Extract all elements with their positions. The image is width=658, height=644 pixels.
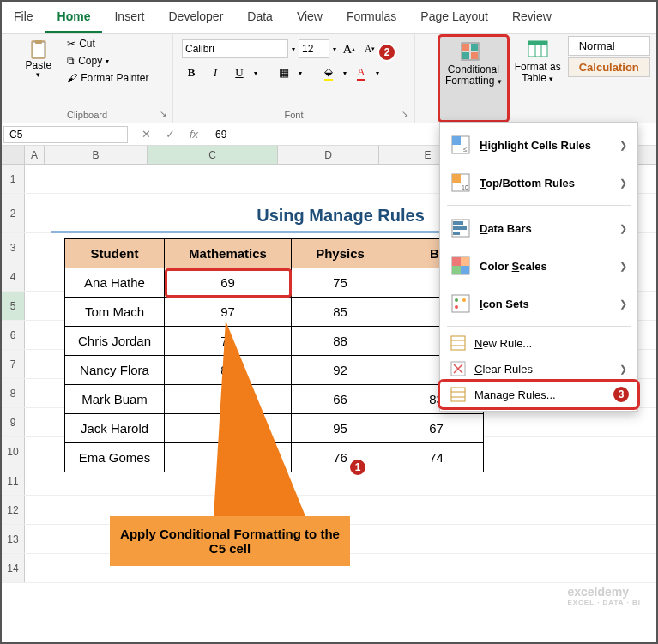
style-calculation[interactable]: Calculation <box>568 57 650 77</box>
header-physics[interactable]: Physics <box>292 239 389 268</box>
tab-data[interactable]: Data <box>235 2 285 33</box>
copy-label: Copy <box>78 55 102 67</box>
row-header-14[interactable]: 14 <box>2 554 25 582</box>
header-student[interactable]: Student <box>65 239 165 268</box>
style-normal[interactable]: Normal <box>568 36 650 56</box>
chevron-right-icon: ❯ <box>619 364 627 375</box>
clipboard-dialog-launcher[interactable]: ↘ <box>160 109 171 120</box>
header-mathematics[interactable]: Mathematics <box>165 239 292 268</box>
paste-icon <box>28 39 49 60</box>
svg-rect-19 <box>453 221 463 225</box>
tab-review[interactable]: Review <box>500 2 564 33</box>
tab-formulas[interactable]: Formulas <box>335 2 408 33</box>
scissors-icon: ✂ <box>67 38 75 50</box>
grow-font-button[interactable]: A▴ <box>340 39 359 58</box>
table-row: Jack Harold779567 <box>65 414 484 443</box>
chevron-right-icon: ❯ <box>619 223 627 234</box>
svg-text:≤: ≤ <box>463 146 468 153</box>
table-row: Mark Buam676683 <box>65 385 484 414</box>
tab-developer[interactable]: Developer <box>156 2 235 33</box>
table-row: Chris Jordan7188 <box>65 327 484 356</box>
highlight-cells-icon: ≤ <box>450 135 471 155</box>
tab-page-layout[interactable]: Page Layout <box>408 2 500 33</box>
cancel-formula-icon[interactable]: ✕ <box>136 128 155 141</box>
col-header-d[interactable]: D <box>278 146 379 164</box>
font-group-label: Font <box>284 108 303 123</box>
cell[interactable]: 75 <box>292 268 389 298</box>
bold-button[interactable]: B <box>182 63 201 82</box>
font-size-select[interactable] <box>299 39 329 58</box>
row-header-9[interactable]: 9 <box>2 408 25 436</box>
font-name-select[interactable] <box>182 39 288 58</box>
font-color-button[interactable]: A <box>352 63 371 82</box>
row-header-13[interactable]: 13 <box>2 525 25 553</box>
cell-styles: Normal Calculation <box>566 34 652 123</box>
fill-color-button[interactable]: ⬙ <box>319 63 338 82</box>
cell-c5-selected[interactable]: 69 <box>165 268 292 298</box>
row-header-12[interactable]: 12 <box>2 496 25 524</box>
tab-view[interactable]: View <box>285 2 335 33</box>
paste-button[interactable]: Paste ▾ <box>20 36 57 108</box>
row-header-8[interactable]: 8 <box>2 379 25 407</box>
watermark-name: exceldemy <box>567 585 629 599</box>
table-header-row: Student Mathematics Physics Bi <box>65 239 484 268</box>
italic-button[interactable]: I <box>206 63 225 82</box>
menu-manage-rules[interactable]: Manage Rules... 3 <box>440 382 637 407</box>
top-bottom-icon: 10 <box>450 172 471 193</box>
data-bars-icon <box>450 218 471 238</box>
confirm-formula-icon[interactable]: ✓ <box>160 128 179 141</box>
fx-icon[interactable]: fx <box>184 128 203 141</box>
cell-student[interactable]: Ana Hathe <box>65 268 165 298</box>
menu-color-scales[interactable]: Color Scales ❯ <box>440 247 637 285</box>
tab-insert[interactable]: Insert <box>102 2 156 33</box>
copy-button[interactable]: ⧉Copy▾ <box>62 53 154 69</box>
conditional-formatting-button[interactable]: Conditional Formatting ▾ <box>438 34 510 123</box>
font-dialog-launcher[interactable]: ↘ <box>401 109 413 120</box>
name-box[interactable] <box>3 126 128 143</box>
menu-top-bottom[interactable]: 10Top/Bottom Rules ❯ <box>440 164 637 202</box>
shrink-font-button[interactable]: A▾ <box>360 39 379 58</box>
menu-icon-sets[interactable]: Icon Sets ❯ <box>440 285 637 322</box>
menu-highlight-cells[interactable]: ≤Highlight Cells Rules ❯ <box>440 126 637 164</box>
row-header-4[interactable]: 4 <box>2 262 25 291</box>
row-header-5[interactable]: 5 <box>2 292 25 320</box>
row-header-1[interactable]: 1 <box>2 165 25 193</box>
clipboard-group-label: Clipboard <box>67 108 107 123</box>
svg-point-30 <box>462 298 466 302</box>
svg-rect-13 <box>452 136 461 145</box>
cut-button[interactable]: ✂Cut <box>62 36 154 51</box>
clear-rules-icon <box>450 361 466 376</box>
svg-rect-6 <box>471 52 478 59</box>
svg-rect-24 <box>461 257 469 266</box>
borders-button[interactable]: ▦ <box>275 63 293 82</box>
row-header-3[interactable]: 3 <box>2 233 25 262</box>
col-header-b[interactable]: B <box>45 146 148 164</box>
select-all-corner[interactable] <box>2 146 25 164</box>
row-header-2[interactable]: 2 <box>2 194 25 232</box>
row-header-6[interactable]: 6 <box>2 321 25 349</box>
row-header-10[interactable]: 10 <box>2 437 25 466</box>
svg-text:10: 10 <box>462 184 468 190</box>
tab-home[interactable]: Home <box>45 2 103 33</box>
tab-file[interactable]: File <box>2 2 45 33</box>
cut-label: Cut <box>79 38 95 50</box>
svg-rect-0 <box>33 42 45 57</box>
col-header-c[interactable]: C <box>148 146 278 164</box>
annotation-badge-2: 2 <box>377 43 396 62</box>
svg-point-28 <box>455 298 458 302</box>
annotation-badge-1: 1 <box>348 458 367 477</box>
table-row: Ema Gomes877674 <box>65 443 484 472</box>
brush-icon: 🖌 <box>67 72 77 84</box>
underline-button[interactable]: U <box>230 63 249 82</box>
row-header-7[interactable]: 7 <box>2 350 25 378</box>
col-header-a[interactable]: A <box>25 146 45 164</box>
format-painter-button[interactable]: 🖌Format Painter <box>62 70 154 86</box>
ribbon-tabs: File Home Insert Developer Data View For… <box>2 2 656 34</box>
menu-clear-rules[interactable]: Clear Rules ❯ <box>440 356 637 382</box>
menu-data-bars[interactable]: Data Bars ❯ <box>440 209 637 247</box>
menu-new-rule[interactable]: New Rule... <box>440 330 637 356</box>
format-painter-label: Format Painter <box>81 72 148 84</box>
format-as-table-button[interactable]: Format as Table ▾ <box>510 34 566 123</box>
new-rule-icon <box>450 335 466 351</box>
row-header-11[interactable]: 11 <box>2 466 25 495</box>
